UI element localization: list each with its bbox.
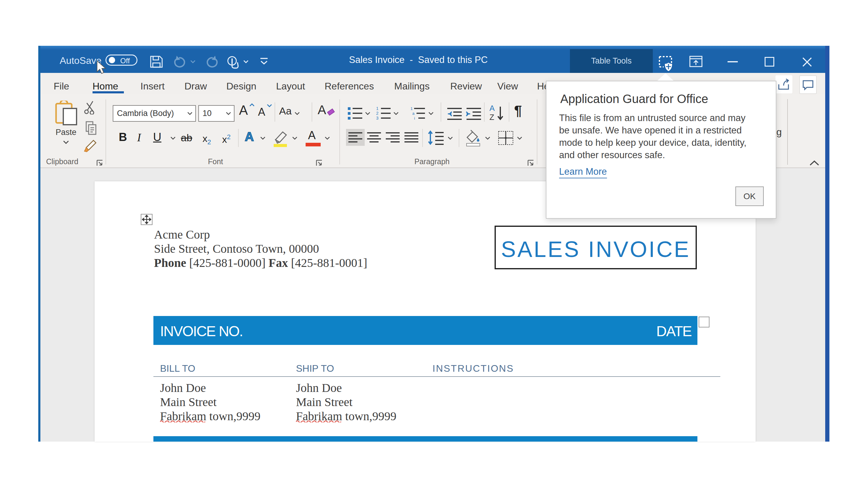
- svg-text:Z: Z: [490, 113, 494, 122]
- svg-text:i: i: [414, 116, 415, 121]
- svg-text:3: 3: [376, 116, 378, 121]
- svg-text:2: 2: [376, 111, 378, 116]
- svg-text:1: 1: [410, 106, 412, 111]
- svg-text:A: A: [490, 104, 495, 113]
- svg-text:1: 1: [376, 106, 378, 111]
- svg-text:a: a: [412, 111, 415, 116]
